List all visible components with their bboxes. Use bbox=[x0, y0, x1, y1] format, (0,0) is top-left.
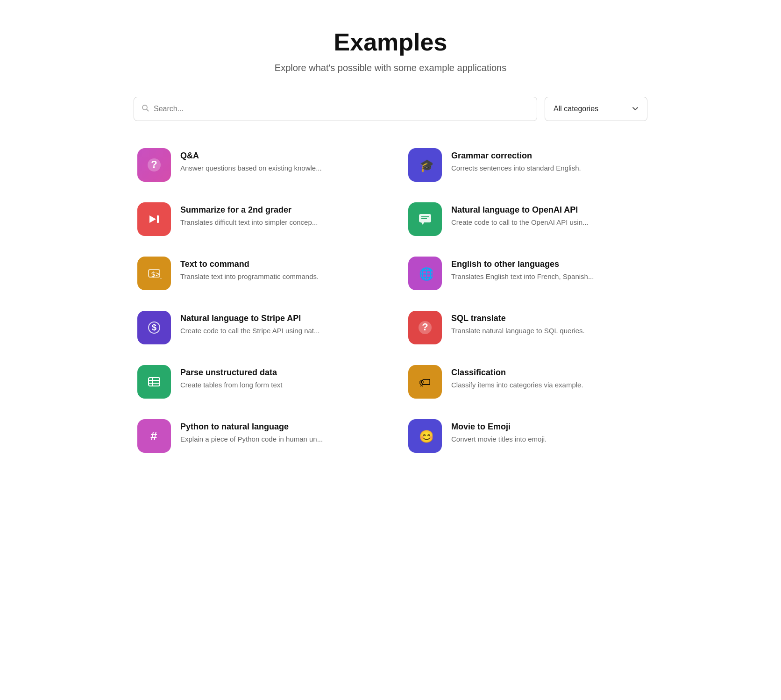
header: Examples Explore what's possible with so… bbox=[134, 28, 647, 73]
example-item-grammar-correction[interactable]: 🎓 Grammar correction Corrects sentences … bbox=[405, 144, 647, 186]
example-icon-text-to-command: $>_ bbox=[137, 257, 171, 290]
category-dropdown[interactable]: All categories bbox=[545, 97, 647, 121]
example-icon-natural-language-openai bbox=[408, 202, 442, 236]
svg-marker-5 bbox=[149, 215, 156, 223]
example-title-natural-language-openai: Natural language to OpenAI API bbox=[451, 205, 644, 215]
example-item-sql-translate[interactable]: ? SQL translate Translate natural langua… bbox=[405, 307, 647, 348]
svg-text:😊: 😊 bbox=[419, 429, 433, 443]
example-text-sql-translate: SQL translate Translate natural language… bbox=[451, 311, 644, 336]
example-item-movie-emoji[interactable]: 😊 Movie to Emoji Convert movie titles in… bbox=[405, 415, 647, 457]
svg-text:?: ? bbox=[422, 321, 428, 333]
example-title-parse-unstructured: Parse unstructured data bbox=[180, 368, 373, 378]
svg-rect-6 bbox=[157, 215, 159, 223]
example-item-python-natural-language[interactable]: # Python to natural language Explain a p… bbox=[134, 415, 376, 457]
example-item-parse-unstructured[interactable]: Parse unstructured data Create tables fr… bbox=[134, 361, 376, 402]
svg-text:$: $ bbox=[152, 323, 156, 332]
search-container[interactable] bbox=[134, 97, 537, 121]
example-title-summarize-2nd-grader: Summarize for a 2nd grader bbox=[180, 205, 373, 215]
search-input[interactable] bbox=[154, 105, 529, 113]
example-title-text-to-command: Text to command bbox=[180, 259, 373, 269]
category-select-label: All categories bbox=[554, 105, 598, 113]
example-desc-text-to-command: Translate text into programmatic command… bbox=[180, 271, 373, 281]
example-icon-english-to-languages: 🌐 bbox=[408, 257, 442, 290]
page-container: Examples Explore what's possible with so… bbox=[134, 28, 647, 457]
example-icon-natural-language-stripe: $ bbox=[137, 311, 171, 344]
examples-grid: ? Q&A Answer questions based on existing… bbox=[134, 144, 647, 457]
example-text-natural-language-stripe: Natural language to Stripe API Create co… bbox=[180, 311, 373, 336]
example-text-classification: Classification Classify items into categ… bbox=[451, 365, 644, 390]
example-text-summarize-2nd-grader: Summarize for a 2nd grader Translates di… bbox=[180, 202, 373, 227]
example-title-sql-translate: SQL translate bbox=[451, 314, 644, 323]
page-subtitle: Explore what's possible with some exampl… bbox=[134, 63, 647, 73]
svg-marker-8 bbox=[421, 222, 424, 225]
example-icon-parse-unstructured bbox=[137, 365, 171, 399]
search-icon bbox=[142, 104, 149, 114]
example-icon-movie-emoji: 😊 bbox=[408, 419, 442, 453]
example-title-english-to-languages: English to other languages bbox=[451, 259, 644, 269]
example-item-english-to-languages[interactable]: 🌐 English to other languages Translates … bbox=[405, 253, 647, 294]
example-desc-movie-emoji: Convert movie titles into emoji. bbox=[451, 434, 644, 444]
example-icon-summarize-2nd-grader bbox=[137, 202, 171, 236]
example-text-grammar-correction: Grammar correction Corrects sentences in… bbox=[451, 148, 644, 173]
example-item-text-to-command[interactable]: $>_ Text to command Translate text into … bbox=[134, 253, 376, 294]
svg-text:#: # bbox=[150, 429, 157, 443]
example-desc-classification: Classify items into categories via examp… bbox=[451, 380, 644, 390]
example-item-summarize-2nd-grader[interactable]: Summarize for a 2nd grader Translates di… bbox=[134, 199, 376, 240]
example-desc-sql-translate: Translate natural language to SQL querie… bbox=[451, 326, 644, 336]
example-text-qa: Q&A Answer questions based on existing k… bbox=[180, 148, 373, 173]
svg-text:$>_: $>_ bbox=[151, 270, 162, 279]
chevron-down-icon bbox=[632, 105, 639, 113]
example-icon-grammar-correction: 🎓 bbox=[408, 148, 442, 182]
example-desc-english-to-languages: Translates English text into French, Spa… bbox=[451, 271, 644, 281]
example-text-text-to-command: Text to command Translate text into prog… bbox=[180, 257, 373, 281]
example-desc-grammar-correction: Corrects sentences into standard English… bbox=[451, 163, 644, 173]
example-text-python-natural-language: Python to natural language Explain a pie… bbox=[180, 419, 373, 444]
example-title-qa: Q&A bbox=[180, 151, 373, 161]
svg-text:?: ? bbox=[151, 158, 157, 170]
svg-text:🎓: 🎓 bbox=[419, 158, 433, 172]
example-icon-sql-translate: ? bbox=[408, 311, 442, 344]
example-item-natural-language-openai[interactable]: Natural language to OpenAI API Create co… bbox=[405, 199, 647, 240]
svg-text:🌐: 🌐 bbox=[419, 266, 433, 281]
svg-line-1 bbox=[147, 109, 149, 111]
example-desc-parse-unstructured: Create tables from long form text bbox=[180, 380, 373, 390]
search-row: All categories bbox=[134, 97, 647, 121]
svg-rect-18 bbox=[149, 378, 160, 386]
example-desc-summarize-2nd-grader: Translates difficult text into simpler c… bbox=[180, 217, 373, 227]
example-icon-qa: ? bbox=[137, 148, 171, 182]
example-text-parse-unstructured: Parse unstructured data Create tables fr… bbox=[180, 365, 373, 390]
example-title-grammar-correction: Grammar correction bbox=[451, 151, 644, 161]
example-title-python-natural-language: Python to natural language bbox=[180, 422, 373, 432]
svg-text:🏷: 🏷 bbox=[419, 375, 431, 389]
example-text-movie-emoji: Movie to Emoji Convert movie titles into… bbox=[451, 419, 644, 444]
example-title-classification: Classification bbox=[451, 368, 644, 378]
example-title-natural-language-stripe: Natural language to Stripe API bbox=[180, 314, 373, 323]
example-desc-natural-language-stripe: Create code to call the Stripe API using… bbox=[180, 326, 373, 336]
example-desc-python-natural-language: Explain a piece of Python code in human … bbox=[180, 434, 373, 444]
page-title: Examples bbox=[134, 28, 647, 56]
example-title-movie-emoji: Movie to Emoji bbox=[451, 422, 644, 432]
example-item-natural-language-stripe[interactable]: $ Natural language to Stripe API Create … bbox=[134, 307, 376, 348]
example-item-classification[interactable]: 🏷 Classification Classify items into cat… bbox=[405, 361, 647, 402]
example-text-natural-language-openai: Natural language to OpenAI API Create co… bbox=[451, 202, 644, 227]
example-icon-python-natural-language: # bbox=[137, 419, 171, 453]
example-icon-classification: 🏷 bbox=[408, 365, 442, 399]
example-text-english-to-languages: English to other languages Translates En… bbox=[451, 257, 644, 281]
example-item-qa[interactable]: ? Q&A Answer questions based on existing… bbox=[134, 144, 376, 186]
example-desc-natural-language-openai: Create code to call to the OpenAI API us… bbox=[451, 217, 644, 227]
example-desc-qa: Answer questions based on existing knowl… bbox=[180, 163, 373, 173]
